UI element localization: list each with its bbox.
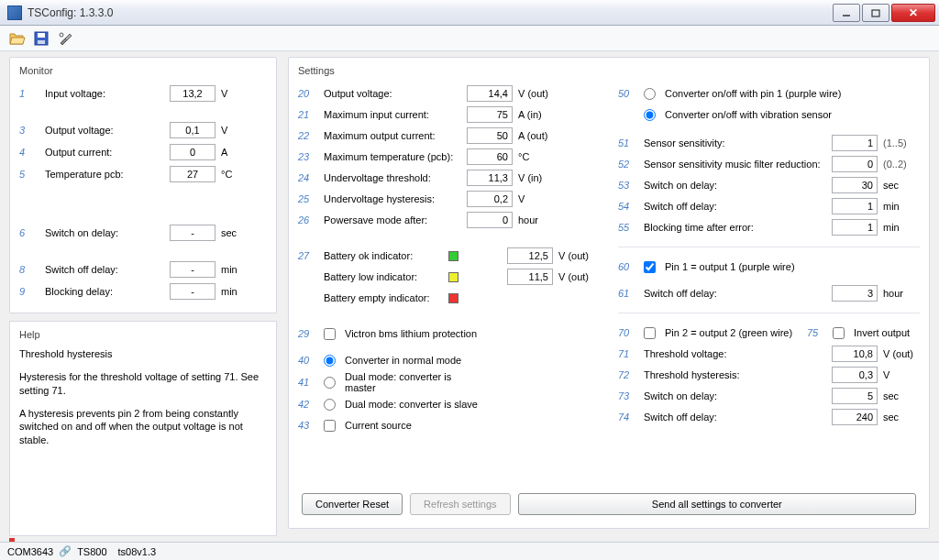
monitor-row-6: 6 Switch on delay: sec	[19, 223, 267, 243]
monitor-header: Monitor	[19, 65, 267, 76]
tools-icon[interactable]	[57, 30, 73, 47]
svg-rect-1	[872, 10, 879, 16]
window-title: TSConfig: 1.3.3.0	[28, 6, 833, 19]
monitor-row-9: 9 Blocking delay: min	[19, 281, 267, 302]
toolbar	[0, 26, 939, 51]
setting-52-input[interactable]	[832, 156, 878, 172]
input-voltage-field[interactable]	[170, 85, 215, 102]
monitor-row-5: 5 Temperature pcb: °C	[19, 164, 267, 184]
setting-24-input[interactable]	[467, 170, 513, 186]
window-controls: ✕	[833, 4, 935, 22]
status-device: TS800	[77, 546, 106, 557]
setting-74-input[interactable]	[832, 409, 878, 425]
send-settings-button[interactable]: Send all settings to converter	[518, 493, 916, 515]
setting-43-checkbox[interactable]	[324, 420, 336, 432]
help-panel: Help Threshold hysteresis Hysteresis for…	[9, 321, 277, 536]
setting-54-input[interactable]	[832, 198, 878, 214]
help-title: Threshold hysteresis	[19, 347, 267, 361]
setting-42-radio[interactable]	[324, 399, 336, 411]
setting-51-input[interactable]	[832, 135, 878, 151]
setting-72-input[interactable]	[832, 367, 878, 383]
setting-53-input[interactable]	[832, 177, 878, 193]
switch-on-delay-field[interactable]	[170, 225, 215, 241]
setting-75-checkbox[interactable]	[833, 327, 845, 339]
setting-55-input[interactable]	[832, 219, 878, 236]
settings-panel: Settings 20Output voltage:V (out) 21Maxi…	[288, 57, 930, 529]
help-header: Help	[19, 329, 267, 340]
setting-70-checkbox[interactable]	[644, 327, 656, 339]
maximize-button[interactable]	[862, 4, 889, 22]
setting-25-input[interactable]	[467, 191, 513, 207]
title-bar: TSConfig: 1.3.3.0 ✕	[0, 0, 939, 26]
battery-ok-swatch	[448, 251, 458, 261]
switch-off-delay-field[interactable]	[170, 261, 215, 278]
status-firmware: ts08v1.3	[118, 546, 157, 557]
setting-41-radio[interactable]	[324, 377, 336, 389]
output-voltage-field[interactable]	[170, 122, 215, 138]
link-icon: 🔗	[59, 545, 72, 557]
setting-61-input[interactable]	[832, 285, 878, 302]
minimize-button[interactable]	[833, 4, 860, 22]
blocking-delay-field[interactable]	[170, 283, 215, 300]
help-text-2: A hysteresis prevents pin 2 from being c…	[19, 407, 267, 448]
battery-empty-swatch	[448, 293, 458, 303]
setting-29-checkbox[interactable]	[324, 328, 336, 340]
settings-column-a: 20Output voltage:V (out) 21Maximum input…	[298, 83, 600, 486]
monitor-row-3: 3 Output voltage: V	[19, 120, 267, 140]
close-button[interactable]: ✕	[891, 4, 935, 22]
temperature-field[interactable]	[170, 166, 215, 182]
svg-rect-3	[38, 33, 45, 38]
setting-20-input[interactable]	[467, 85, 513, 102]
setting-26-input[interactable]	[467, 212, 513, 228]
setting-73-input[interactable]	[832, 388, 878, 404]
refresh-settings-button[interactable]: Refresh settings	[410, 493, 510, 515]
settings-column-b: 50Converter on/off with pin 1 (purple wi…	[618, 83, 920, 486]
monitor-row-8: 8 Switch off delay: min	[19, 259, 267, 280]
setting-40-radio[interactable]	[324, 355, 336, 367]
settings-header: Settings	[298, 65, 920, 76]
help-text-1: Hysteresis for the threshold voltage of …	[19, 370, 267, 398]
status-indicator-dot	[9, 538, 15, 542]
setting-23-input[interactable]	[467, 148, 513, 165]
monitor-row-4: 4 Output current: A	[19, 142, 267, 162]
svg-point-5	[60, 33, 63, 37]
setting-27-low-input[interactable]	[507, 269, 553, 285]
setting-21-input[interactable]	[467, 106, 513, 123]
app-icon	[7, 5, 22, 20]
converter-reset-button[interactable]: Converter Reset	[302, 493, 403, 515]
status-bar: COM3643 🔗 TS800 ts08v1.3	[0, 542, 939, 560]
setting-60-checkbox[interactable]	[644, 261, 656, 273]
button-row: Converter Reset Refresh settings Send al…	[298, 486, 920, 519]
output-current-field[interactable]	[170, 144, 215, 160]
setting-22-input[interactable]	[467, 127, 513, 144]
open-icon[interactable]	[9, 30, 26, 47]
setting-27-ok-input[interactable]	[507, 247, 553, 264]
svg-rect-4	[38, 40, 45, 44]
setting-50-radio-vibration[interactable]	[644, 109, 656, 121]
setting-71-input[interactable]	[832, 346, 878, 362]
monitor-row-1: 1 Input voltage: V	[19, 83, 267, 104]
monitor-panel: Monitor 1 Input voltage: V 3 Output volt…	[9, 57, 277, 313]
battery-low-swatch	[448, 272, 458, 282]
save-icon[interactable]	[33, 30, 50, 47]
setting-50-radio-pin1[interactable]	[644, 88, 656, 100]
status-port: COM3643	[7, 546, 53, 557]
